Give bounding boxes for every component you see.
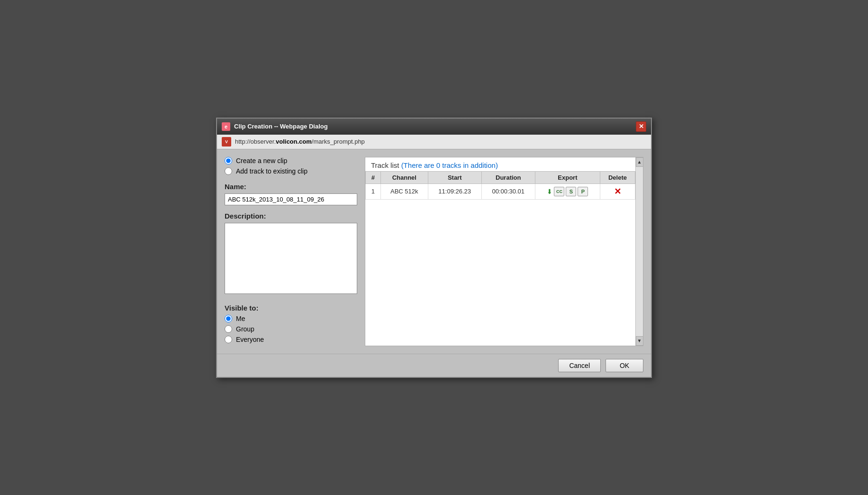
ok-button[interactable]: OK [606,359,643,372]
table-header-row: # Channel Start Duration Export Delete [366,171,635,183]
row-export: ⬇ CC S P [535,183,600,199]
browser-icon: e [222,122,230,131]
row-start: 11:09:26.23 [428,183,481,199]
dialog-window: e Clip Creation -- Webpage Dialog ✕ V ht… [216,118,652,378]
col-channel: Channel [380,171,428,183]
visible-to-me-option[interactable]: Me [225,315,357,322]
visible-to-me-radio[interactable] [225,315,232,322]
dialog-body: Create a new clip Add track to existing … [217,149,651,354]
p-icon: P [581,189,585,194]
visible-to-group-radio[interactable] [225,325,232,333]
title-bar-left: e Clip Creation -- Webpage Dialog [222,122,328,131]
description-label: Description: [225,212,357,220]
export-s-button[interactable]: S [566,187,576,196]
delete-row-button[interactable]: ✕ [614,187,621,196]
description-textarea[interactable] [225,223,357,294]
scroll-down-button[interactable]: ▼ [636,336,643,346]
visible-to-label: Visible to: [225,304,357,312]
add-track-option[interactable]: Add track to existing clip [225,167,357,175]
row-number: 1 [366,183,381,199]
close-button[interactable]: ✕ [636,121,646,132]
row-duration: 00:00:30.01 [481,183,535,199]
visible-to-everyone-radio[interactable] [225,336,232,343]
col-export: Export [535,171,600,183]
track-list-container: Track list (There are 0 tracks in additi… [365,157,643,200]
visible-to-me-label: Me [236,315,245,322]
cc-icon: CC [556,189,562,194]
visible-to-everyone-label: Everyone [236,336,264,343]
right-panel: Track list (There are 0 tracks in additi… [365,157,643,346]
left-panel: Create a new clip Add track to existing … [225,157,357,346]
visible-to-group-option[interactable]: Group [225,325,357,333]
title-bar: e Clip Creation -- Webpage Dialog ✕ [217,119,651,135]
track-list-subtitle: (There are 0 tracks in addition) [401,161,498,169]
s-icon: S [570,189,573,194]
volicon-logo-icon: V [222,137,231,147]
add-track-label: Add track to existing clip [236,167,307,175]
cancel-button[interactable]: Cancel [558,359,601,372]
visible-to-group-label: Group [236,325,254,333]
create-new-clip-radio[interactable] [225,157,232,165]
track-list-header: Track list (There are 0 tracks in additi… [365,157,635,171]
export-p-button[interactable]: P [578,187,588,196]
col-start: Start [428,171,481,183]
url-display: http://observer.volicon.com/marks_prompt… [235,138,365,145]
window-title: Clip Creation -- Webpage Dialog [234,123,328,130]
visible-to-everyone-option[interactable]: Everyone [225,336,357,343]
create-new-clip-label: Create a new clip [236,157,287,165]
export-icons-group: ⬇ CC S P [539,187,596,196]
name-label: Name: [225,183,357,191]
address-bar: V http://observer.volicon.com/marks_prom… [217,135,651,149]
dialog-footer: Cancel OK [217,354,651,377]
track-table: # Channel Start Duration Export Delete 1… [365,171,635,200]
create-new-clip-option[interactable]: Create a new clip [225,157,357,165]
scroll-up-button[interactable]: ▲ [636,157,643,167]
table-row: 1 ABC 512k 11:09:26.23 00:00:30.01 ⬇ CC [366,183,635,199]
clip-mode-group: Create a new clip Add track to existing … [225,157,357,175]
row-delete: ✕ [600,183,635,199]
visible-to-section: Visible to: Me Group Everyone [225,304,357,343]
col-number: # [366,171,381,183]
vertical-scrollbar: ▲ ▼ [635,157,643,346]
add-track-radio[interactable] [225,167,232,175]
row-channel: ABC 512k [380,183,428,199]
col-delete: Delete [600,171,635,183]
track-list-title: Track list [371,161,399,169]
name-input[interactable] [225,193,357,205]
col-duration: Duration [481,171,535,183]
download-icon[interactable]: ⬇ [547,188,552,195]
export-cc-button[interactable]: CC [554,187,564,196]
